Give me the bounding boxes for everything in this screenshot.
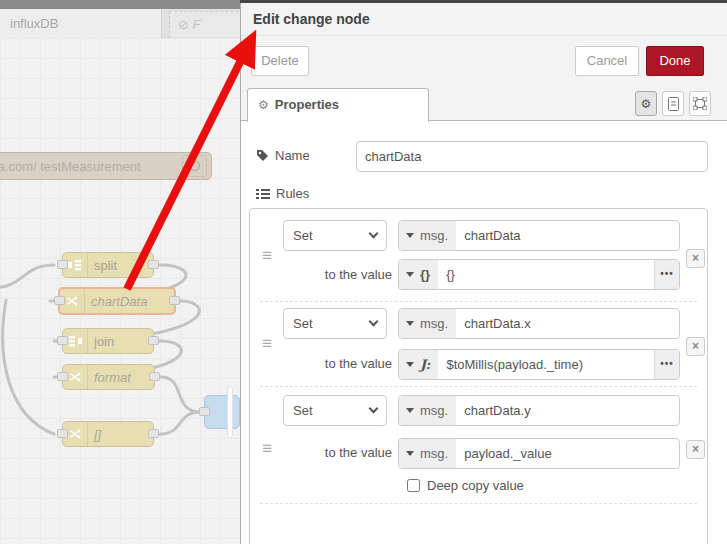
input-port[interactable] bbox=[57, 372, 68, 381]
rule3-value-input[interactable]: msg. payload._value bbox=[398, 438, 680, 469]
rule-separator bbox=[260, 503, 697, 504]
tray-tabbar: ⚙Properties ⚙ bbox=[241, 85, 727, 121]
caret-down-icon bbox=[406, 321, 414, 326]
rules-label-text: Rules bbox=[276, 186, 309, 201]
tray-toolbar: Delete Cancel Done bbox=[241, 36, 727, 85]
rule-separator bbox=[260, 301, 697, 302]
node-join[interactable]: join bbox=[62, 328, 154, 354]
rule2-value-type-button[interactable]: J: bbox=[399, 350, 438, 379]
selection-frame-icon bbox=[693, 97, 707, 110]
json-type-label: {} bbox=[420, 267, 430, 282]
node-description-button[interactable] bbox=[662, 91, 684, 116]
list-icon bbox=[256, 188, 270, 200]
caret-down-icon bbox=[406, 272, 414, 277]
workspace-scrollbar[interactable] bbox=[227, 386, 233, 438]
rule3-action-value: Set bbox=[293, 403, 313, 418]
caret-down-icon bbox=[406, 362, 414, 367]
rule3-property-input[interactable]: msg. chartData.y bbox=[398, 395, 680, 426]
rule1-property-input[interactable]: msg. chartData bbox=[398, 220, 680, 251]
input-port[interactable] bbox=[54, 296, 65, 305]
tag-icon bbox=[256, 149, 269, 162]
input-port[interactable] bbox=[57, 260, 68, 269]
rule1-value-type-button[interactable]: {} bbox=[399, 260, 438, 289]
rules-list: ≡ Set msg. chartData to the value {} {} … bbox=[249, 208, 708, 544]
rule-separator bbox=[260, 386, 697, 387]
rule2-property-type-button[interactable]: msg. bbox=[399, 309, 456, 338]
node-chart-ui[interactable] bbox=[204, 395, 240, 429]
to-the-value-label: to the value bbox=[270, 445, 392, 460]
node-brackets[interactable]: [] bbox=[62, 421, 154, 447]
drag-handle-icon[interactable]: ≡ bbox=[262, 249, 272, 263]
chevron-down-icon bbox=[369, 317, 379, 327]
chevron-down-icon bbox=[369, 229, 379, 239]
rule2-property-input[interactable]: msg. chartData.x bbox=[398, 308, 680, 339]
gear-icon: ⚙ bbox=[641, 97, 652, 111]
done-button[interactable]: Done bbox=[646, 46, 704, 76]
rule3-value-type-button[interactable]: msg. bbox=[399, 439, 456, 468]
rule3-value[interactable]: payload._value bbox=[456, 439, 679, 468]
msg-type-label: msg. bbox=[420, 403, 448, 418]
tab-properties[interactable]: ⚙Properties bbox=[247, 88, 429, 122]
msg-type-label: msg. bbox=[420, 228, 448, 243]
rules-section-label: Rules bbox=[256, 186, 309, 201]
output-port[interactable] bbox=[148, 429, 159, 438]
tab-properties-label: Properties bbox=[275, 97, 339, 112]
rule1-value[interactable]: {} bbox=[438, 260, 654, 289]
node-influxdb-label: xdata.com/ testMeasurement bbox=[0, 159, 182, 174]
node-split-label: split bbox=[88, 258, 123, 273]
node-format[interactable]: format bbox=[62, 364, 155, 390]
input-port[interactable] bbox=[199, 407, 210, 416]
rule3-property-type-button[interactable]: msg. bbox=[399, 396, 456, 425]
node-chartdata-label: chartData bbox=[85, 294, 153, 309]
node-split[interactable]: split bbox=[62, 252, 154, 278]
node-format-label: format bbox=[88, 370, 137, 385]
rule2-action-value: Set bbox=[293, 316, 313, 331]
deep-copy-label: Deep copy value bbox=[427, 478, 524, 493]
input-port[interactable] bbox=[57, 336, 68, 345]
output-port[interactable] bbox=[148, 260, 159, 269]
node-chartdata[interactable]: chartData bbox=[58, 287, 176, 315]
rule1-action-value: Set bbox=[293, 228, 313, 243]
jsonata-type-label: J: bbox=[420, 357, 430, 372]
rule1-property-type-button[interactable]: msg. bbox=[399, 221, 456, 250]
node-appearance-button[interactable] bbox=[689, 91, 711, 116]
output-port[interactable] bbox=[149, 372, 160, 381]
node-join-label: join bbox=[88, 334, 120, 349]
flow-workspace[interactable]: influxDB ⊘ F xdata.com/ testMeasurement … bbox=[0, 0, 240, 544]
cancel-button[interactable]: Cancel bbox=[575, 46, 639, 76]
msg-type-label: msg. bbox=[420, 446, 448, 461]
input-port[interactable] bbox=[57, 429, 68, 438]
to-the-value-label: to the value bbox=[270, 356, 392, 371]
msg-type-label: msg. bbox=[420, 316, 448, 331]
node-properties-button[interactable]: ⚙ bbox=[635, 91, 657, 116]
rule1-property-value[interactable]: chartData bbox=[456, 221, 679, 250]
rule1-value-input[interactable]: {} {} ••• bbox=[398, 259, 680, 290]
influxdb-icon bbox=[182, 155, 207, 177]
rule2-remove-button[interactable]: × bbox=[686, 337, 705, 356]
rule1-remove-button[interactable]: × bbox=[686, 249, 705, 268]
rule2-value[interactable]: $toMillis(payload._time) bbox=[438, 350, 654, 379]
delete-button[interactable]: Delete bbox=[251, 46, 309, 76]
rule3-remove-button[interactable]: × bbox=[686, 440, 705, 459]
rule3-property-value[interactable]: chartData.y bbox=[456, 396, 679, 425]
gear-icon: ⚙ bbox=[258, 98, 269, 112]
deep-copy-checkbox[interactable] bbox=[407, 479, 420, 492]
rule1-action-select[interactable]: Set bbox=[283, 220, 387, 251]
rule3-action-select[interactable]: Set bbox=[283, 395, 387, 426]
chevron-down-icon bbox=[369, 404, 379, 414]
rule2-value-input[interactable]: J: $toMillis(payload._time) ••• bbox=[398, 349, 680, 380]
to-the-value-label: to the value bbox=[270, 267, 392, 282]
rule1-expand-editor-button[interactable]: ••• bbox=[654, 260, 679, 289]
name-field-label: Name bbox=[256, 148, 310, 163]
rule2-expand-editor-button[interactable]: ••• bbox=[654, 350, 679, 379]
output-port[interactable] bbox=[148, 336, 159, 345]
name-input[interactable] bbox=[356, 141, 708, 172]
output-port[interactable] bbox=[169, 296, 180, 305]
node-influxdb-out[interactable]: xdata.com/ testMeasurement bbox=[0, 152, 212, 180]
rule2-action-select[interactable]: Set bbox=[283, 308, 387, 339]
caret-down-icon bbox=[406, 451, 414, 456]
caret-down-icon bbox=[406, 408, 414, 413]
rule2-property-value[interactable]: chartData.x bbox=[456, 309, 679, 338]
drag-handle-icon[interactable]: ≡ bbox=[262, 337, 272, 351]
name-label-text: Name bbox=[275, 148, 310, 163]
